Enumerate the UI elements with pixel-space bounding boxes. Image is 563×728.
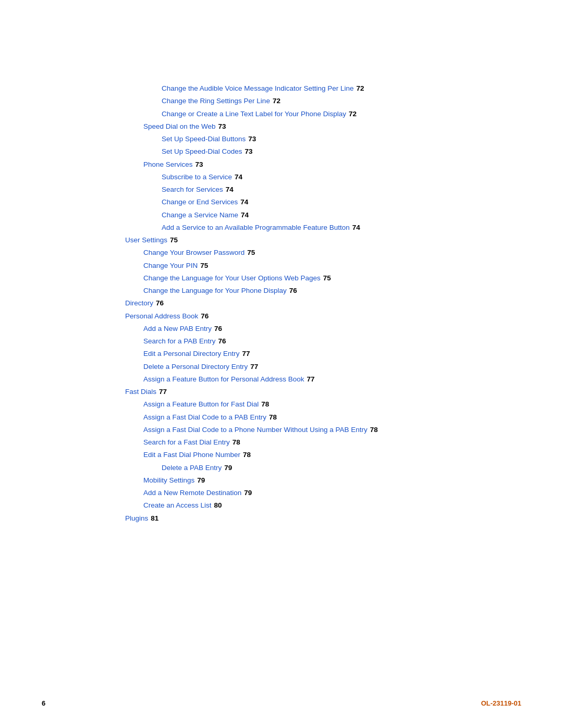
footer: 6 OL-23119-01 bbox=[42, 699, 521, 707]
toc-item-change-audible: Change the Audible Voice Message Indicat… bbox=[162, 83, 521, 94]
toc-page-assign-feature-fast-dial: 78 bbox=[261, 399, 269, 410]
toc-page-edit-fast-dial-phone: 78 bbox=[243, 450, 251, 460]
toc-item-search-pab: Search for a PAB Entry76 bbox=[143, 336, 521, 347]
toc-link-assign-fast-dial-pab[interactable]: Assign a Fast Dial Code to a PAB Entry bbox=[143, 412, 266, 423]
toc-page-directory: 76 bbox=[156, 298, 164, 309]
toc-page-change-language-web: 75 bbox=[323, 273, 331, 283]
toc-item-change-pin: Change Your PIN75 bbox=[143, 261, 521, 271]
toc-item-subscribe-service: Subscribe to a Service74 bbox=[162, 172, 521, 182]
toc-page-user-settings: 75 bbox=[170, 235, 178, 245]
toc-item-search-fast-dial: Search for a Fast Dial Entry78 bbox=[143, 437, 521, 448]
toc-page-personal-address-book: 76 bbox=[201, 311, 209, 322]
toc-item-change-language-phone: Change the Language for Your Phone Displ… bbox=[143, 286, 521, 296]
toc-item-assign-feature-fast-dial: Assign a Feature Button for Fast Dial78 bbox=[143, 399, 521, 410]
toc-link-change-language-phone[interactable]: Change the Language for Your Phone Displ… bbox=[143, 286, 287, 296]
toc-link-directory[interactable]: Directory bbox=[125, 298, 153, 309]
toc-item-change-service-name: Change a Service Name74 bbox=[162, 210, 521, 220]
toc-item-assign-feature-pab: Assign a Feature Button for Personal Add… bbox=[143, 374, 521, 385]
toc-item-change-end-services: Change or End Services74 bbox=[162, 197, 521, 207]
toc-page-plugins: 81 bbox=[151, 513, 158, 524]
page-container: Change the Audible Voice Message Indicat… bbox=[0, 0, 563, 728]
toc-page-change-end-services: 74 bbox=[240, 197, 248, 207]
toc-link-subscribe-service[interactable]: Subscribe to a Service bbox=[162, 172, 232, 182]
toc-item-change-browser-password: Change Your Browser Password75 bbox=[143, 248, 521, 258]
toc-page-add-service-button: 74 bbox=[352, 223, 360, 233]
toc-item-directory: Directory76 bbox=[125, 298, 521, 309]
toc-page-change-pin: 75 bbox=[200, 261, 208, 271]
toc-link-search-fast-dial[interactable]: Search for a Fast Dial Entry bbox=[143, 437, 230, 448]
toc-link-search-pab[interactable]: Search for a PAB Entry bbox=[143, 336, 216, 347]
toc-item-add-service-button: Add a Service to an Available Programmab… bbox=[162, 223, 521, 233]
toc-item-speed-dial-web: Speed Dial on the Web73 bbox=[143, 121, 521, 132]
toc-link-fast-dials[interactable]: Fast Dials bbox=[125, 387, 156, 397]
toc-link-mobility-settings[interactable]: Mobility Settings bbox=[143, 475, 194, 486]
toc-page-subscribe-service: 74 bbox=[235, 172, 242, 182]
toc-link-edit-personal-directory[interactable]: Edit a Personal Directory Entry bbox=[143, 349, 240, 359]
toc-item-search-services: Search for Services74 bbox=[162, 184, 521, 195]
toc-link-speed-dial-web[interactable]: Speed Dial on the Web bbox=[143, 121, 216, 132]
toc-link-set-up-codes[interactable]: Set Up Speed-Dial Codes bbox=[162, 146, 242, 157]
toc-item-change-ring: Change the Ring Settings Per Line72 bbox=[162, 96, 521, 106]
toc-page-mobility-settings: 79 bbox=[197, 475, 205, 486]
toc-link-change-browser-password[interactable]: Change Your Browser Password bbox=[143, 248, 244, 258]
toc-link-search-services[interactable]: Search for Services bbox=[162, 184, 223, 195]
toc-item-add-remote-destination: Add a New Remote Destination79 bbox=[143, 488, 521, 498]
toc-page-change-language-phone: 76 bbox=[289, 286, 297, 296]
toc-item-set-up-buttons: Set Up Speed-Dial Buttons73 bbox=[162, 134, 521, 144]
toc-page-assign-fast-dial-pab: 78 bbox=[269, 412, 277, 423]
toc-link-edit-fast-dial-phone[interactable]: Edit a Fast Dial Phone Number bbox=[143, 450, 240, 460]
toc-item-personal-address-book: Personal Address Book76 bbox=[125, 311, 521, 322]
toc-item-edit-personal-directory: Edit a Personal Directory Entry77 bbox=[143, 349, 521, 359]
toc-link-plugins[interactable]: Plugins bbox=[125, 513, 148, 524]
toc-link-phone-services[interactable]: Phone Services bbox=[143, 159, 193, 170]
toc-page-set-up-codes: 73 bbox=[245, 146, 253, 157]
toc-link-change-end-services[interactable]: Change or End Services bbox=[162, 197, 238, 207]
toc-link-add-new-pab[interactable]: Add a New PAB Entry bbox=[143, 324, 212, 334]
toc-link-assign-feature-pab[interactable]: Assign a Feature Button for Personal Add… bbox=[143, 374, 304, 385]
toc-page-phone-services: 73 bbox=[195, 159, 203, 170]
toc-item-set-up-codes: Set Up Speed-Dial Codes73 bbox=[162, 146, 521, 157]
toc-item-assign-fast-dial-pab: Assign a Fast Dial Code to a PAB Entry78 bbox=[143, 412, 521, 423]
toc-page-change-ring: 72 bbox=[273, 96, 280, 106]
toc-item-delete-personal-directory: Delete a Personal Directory Entry77 bbox=[143, 362, 521, 372]
toc-page-speed-dial-web: 73 bbox=[218, 121, 226, 132]
toc-page-search-fast-dial: 78 bbox=[232, 437, 240, 448]
toc-link-create-access-list[interactable]: Create an Access List bbox=[143, 500, 212, 511]
footer-doc-number: OL-23119-01 bbox=[481, 699, 521, 707]
toc-item-change-line-text: Change or Create a Line Text Label for Y… bbox=[162, 109, 521, 119]
toc-link-add-service-button[interactable]: Add a Service to an Available Programmab… bbox=[162, 223, 350, 233]
toc-link-change-service-name[interactable]: Change a Service Name bbox=[162, 210, 238, 220]
toc-link-change-audible[interactable]: Change the Audible Voice Message Indicat… bbox=[162, 83, 354, 94]
toc-page-assign-feature-pab: 77 bbox=[307, 374, 314, 385]
toc-link-user-settings[interactable]: User Settings bbox=[125, 235, 167, 245]
toc-page-search-pab: 76 bbox=[218, 336, 226, 347]
toc-page-edit-personal-directory: 77 bbox=[242, 349, 250, 359]
toc-content: Change the Audible Voice Message Indicat… bbox=[42, 83, 521, 524]
toc-page-change-browser-password: 75 bbox=[247, 248, 255, 258]
toc-link-delete-personal-directory[interactable]: Delete a Personal Directory Entry bbox=[143, 362, 248, 372]
toc-link-change-pin[interactable]: Change Your PIN bbox=[143, 261, 198, 271]
toc-page-assign-fast-dial-phone: 78 bbox=[370, 425, 378, 435]
toc-link-add-remote-destination[interactable]: Add a New Remote Destination bbox=[143, 488, 241, 498]
toc-link-assign-fast-dial-phone[interactable]: Assign a Fast Dial Code to a Phone Numbe… bbox=[143, 425, 368, 435]
toc-page-fast-dials: 77 bbox=[159, 387, 167, 397]
toc-item-mobility-settings: Mobility Settings79 bbox=[143, 475, 521, 486]
toc-link-set-up-buttons[interactable]: Set Up Speed-Dial Buttons bbox=[162, 134, 246, 144]
toc-page-change-service-name: 74 bbox=[241, 210, 249, 220]
toc-link-assign-feature-fast-dial[interactable]: Assign a Feature Button for Fast Dial bbox=[143, 399, 259, 410]
toc-item-edit-fast-dial-phone: Edit a Fast Dial Phone Number78 bbox=[143, 450, 521, 460]
toc-link-delete-pab-entry[interactable]: Delete a PAB Entry bbox=[162, 463, 222, 473]
toc-link-change-language-web[interactable]: Change the Language for Your User Option… bbox=[143, 273, 321, 283]
toc-page-delete-personal-directory: 77 bbox=[250, 362, 258, 372]
toc-page-change-line-text: 72 bbox=[349, 109, 357, 119]
toc-link-change-line-text[interactable]: Change or Create a Line Text Label for Y… bbox=[162, 109, 346, 119]
toc-page-create-access-list: 80 bbox=[214, 500, 222, 511]
toc-link-personal-address-book[interactable]: Personal Address Book bbox=[125, 311, 198, 322]
footer-page-number: 6 bbox=[42, 699, 45, 707]
toc-page-search-services: 74 bbox=[226, 184, 234, 195]
toc-link-change-ring[interactable]: Change the Ring Settings Per Line bbox=[162, 96, 270, 106]
toc-item-plugins: Plugins81 bbox=[125, 513, 521, 524]
toc-item-delete-pab-entry: Delete a PAB Entry79 bbox=[162, 463, 521, 473]
toc-item-phone-services: Phone Services73 bbox=[143, 159, 521, 170]
toc-item-create-access-list: Create an Access List80 bbox=[143, 500, 521, 511]
